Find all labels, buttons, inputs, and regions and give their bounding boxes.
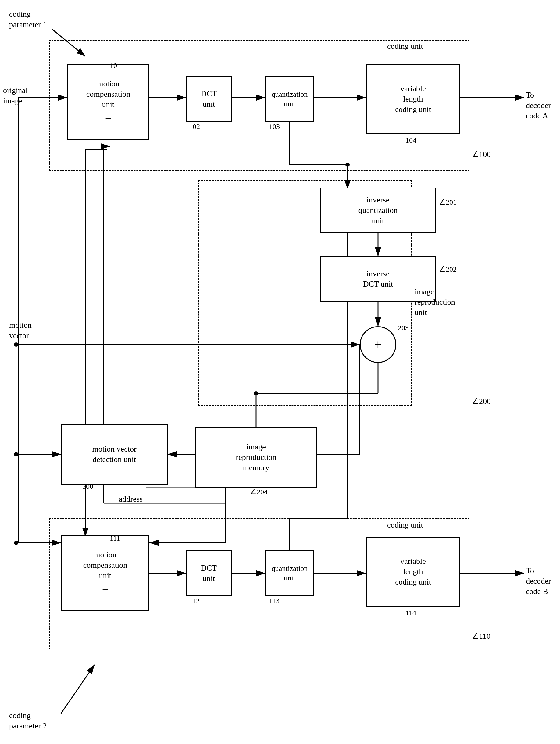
ref-102: 102	[189, 122, 200, 132]
coding-parameter-2-label: codingparameter 2	[9, 710, 47, 731]
to-decoder-b-label: To decodercode B	[526, 566, 560, 596]
junction-dot-2	[14, 452, 18, 456]
motion-compensation-unit-2: motioncompensationunit −	[61, 535, 149, 611]
to-decoder-a-label: To decodercode A	[526, 90, 560, 121]
inverse-quantization-unit: inversequantizationunit	[320, 188, 436, 233]
coding-unit-bottom-label: coding unit	[387, 520, 423, 530]
ref-101: 101	[110, 61, 121, 70]
junction-dot-1	[14, 342, 18, 347]
image-reproduction-memory: imagereproductionmemory	[195, 427, 317, 488]
junction-dot-3	[14, 541, 18, 545]
ref-201: ∠201	[439, 197, 457, 207]
vlc-unit-2: variablelengthcoding unit	[366, 537, 460, 607]
ref-114: 114	[405, 608, 416, 618]
coding-parameter-1-label: codingparameter 1	[9, 9, 47, 30]
motion-vector-detection-unit: motion vectordetection unit	[61, 424, 168, 485]
dct-unit-2: DCTunit	[186, 550, 232, 596]
ref-111: 111	[110, 533, 120, 543]
ref-104: 104	[405, 136, 416, 145]
coding-unit-top-label: coding unit	[387, 41, 423, 51]
motion-vector-label: motionvector	[9, 320, 32, 341]
ref-202: ∠202	[439, 265, 457, 274]
ref-203: 203	[398, 323, 409, 333]
quantization-unit-2: quantizationunit	[265, 550, 314, 596]
ref-113: 113	[269, 596, 279, 605]
ref-204: ∠204	[250, 487, 268, 497]
vlc-unit-1: variablelengthcoding unit	[366, 64, 460, 134]
ref-300: 300	[82, 482, 93, 491]
adder-circle: +	[360, 326, 396, 363]
ref-200: ∠200	[472, 397, 491, 407]
address-label: address	[119, 494, 143, 504]
motion-compensation-unit-1: motioncompensationunit −	[67, 64, 149, 140]
ref-103: 103	[269, 122, 280, 132]
image-reproduction-unit-label: imagereproductionunit	[415, 287, 455, 318]
quantization-unit-1: quantizationunit	[265, 76, 314, 122]
ref-112: 112	[189, 596, 200, 605]
dct-unit-1: DCTunit	[186, 76, 232, 122]
svg-line-35	[61, 665, 95, 713]
ref-100: ∠100	[472, 149, 491, 160]
ref-110: ∠110	[472, 631, 490, 641]
original-image-label: originalimage	[3, 85, 28, 106]
